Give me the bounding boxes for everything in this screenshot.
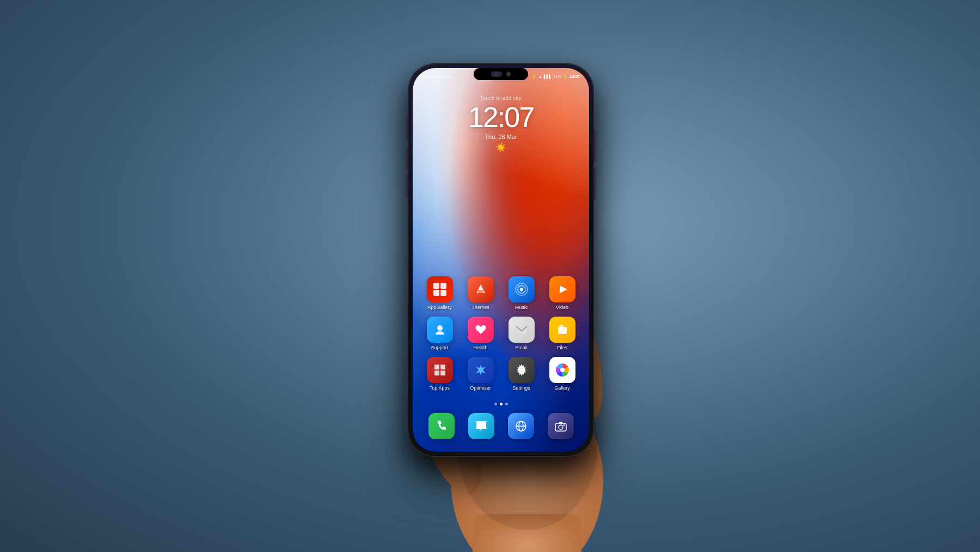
battery-percent: 61% [554, 75, 561, 78]
camera-notch [474, 68, 528, 80]
dock-browser[interactable] [505, 413, 537, 439]
clock-area: Touch to add city 12:07 Thu, 26 Mar ☀️ [413, 95, 589, 153]
optimiser-icon[interactable] [468, 357, 494, 383]
settings-icon[interactable] [509, 357, 535, 383]
dock-camera[interactable] [544, 413, 577, 439]
app-themes[interactable]: Themes [464, 276, 497, 310]
app-health[interactable]: Health [464, 317, 497, 350]
clock-date: Thu, 26 Mar [413, 134, 589, 140]
app-music[interactable]: ♪ Music [505, 276, 538, 310]
appgallery-icon[interactable] [427, 276, 453, 302]
phone: Emergency cal... ⚡ ▲ ▌▌▌ 61% 🔋 12:07 Tou… [408, 64, 593, 456]
phone-screen: Emergency cal... ⚡ ▲ ▌▌▌ 61% 🔋 12:07 Tou… [413, 68, 589, 452]
dock-messages-icon[interactable] [468, 413, 494, 439]
gallery-icon[interactable] [549, 357, 575, 383]
wide-camera [491, 71, 503, 77]
signal-icon: ▌▌▌ [544, 75, 552, 78]
topapps-icon[interactable] [427, 357, 453, 383]
dock-phone[interactable] [425, 413, 458, 439]
dot-1 [494, 403, 497, 405]
appgallery-label: AppGallery [427, 305, 452, 310]
svg-text:♪: ♪ [520, 286, 523, 293]
svg-marker-17 [560, 286, 567, 293]
app-row-3: Top Apps Optimiser [419, 357, 583, 391]
svg-rect-8 [433, 283, 439, 289]
svg-rect-21 [558, 327, 567, 334]
themes-icon[interactable] [468, 276, 494, 302]
svg-point-34 [563, 424, 565, 426]
dot-3 [505, 403, 508, 405]
app-email[interactable]: Email [505, 317, 538, 350]
files-label: Files [557, 345, 567, 350]
music-label: Music [515, 305, 528, 310]
status-time: 12:07 [569, 74, 580, 79]
optimiser-label: Optimiser [470, 385, 491, 391]
battery-icon: 🔋 [563, 75, 568, 79]
dock [421, 409, 580, 443]
themes-label: Themes [471, 305, 489, 310]
video-icon[interactable] [549, 276, 575, 302]
svg-point-33 [559, 425, 563, 429]
svg-rect-24 [434, 371, 439, 375]
app-grid: AppGallery Themes ♪ [413, 276, 589, 397]
app-settings[interactable]: Settings [505, 357, 538, 391]
email-label: Email [515, 345, 528, 350]
scene: Emergency cal... ⚡ ▲ ▌▌▌ 61% 🔋 12:07 Tou… [0, 0, 980, 552]
health-label: Health [473, 345, 487, 350]
email-icon[interactable] [509, 317, 535, 343]
clock-display: 12:07 [413, 103, 589, 131]
settings-label: Settings [512, 385, 530, 391]
topapps-label: Top Apps [430, 385, 450, 391]
svg-point-28 [560, 368, 565, 372]
app-row-2: Support Health [419, 317, 583, 350]
dock-phone-icon[interactable] [428, 413, 455, 439]
touch-to-add-label: Touch to add city [413, 95, 589, 101]
video-label: Video [556, 305, 568, 310]
app-gallery[interactable]: Gallery [546, 357, 579, 391]
app-support[interactable]: Support [424, 317, 456, 350]
bluetooth-icon: ⚡ [532, 75, 537, 79]
dock-browser-icon[interactable] [508, 413, 534, 439]
dock-messages[interactable] [465, 413, 498, 439]
app-optimiser[interactable]: Optimiser [464, 357, 497, 391]
svg-rect-22 [434, 365, 439, 369]
health-icon[interactable] [468, 317, 494, 343]
weather-icon: ☀️ [413, 142, 589, 153]
app-appgallery[interactable]: AppGallery [424, 276, 456, 310]
phone-outer: Emergency cal... ⚡ ▲ ▌▌▌ 61% 🔋 12:07 Tou… [408, 64, 593, 456]
svg-point-18 [437, 325, 443, 331]
support-label: Support [431, 345, 449, 350]
selfie-camera [506, 71, 511, 77]
status-right: ⚡ ▲ ▌▌▌ 61% 🔋 12:07 [532, 74, 580, 79]
dock-camera-icon[interactable] [548, 413, 574, 439]
app-files[interactable]: Files [546, 317, 579, 350]
gallery-label: Gallery [554, 385, 570, 391]
svg-rect-12 [478, 290, 483, 293]
files-icon[interactable] [549, 317, 575, 343]
svg-rect-23 [440, 365, 445, 369]
support-icon[interactable] [427, 317, 453, 343]
page-dots [413, 403, 589, 405]
app-topapps[interactable]: Top Apps [424, 357, 456, 391]
app-row-1: AppGallery Themes ♪ [419, 276, 583, 310]
svg-rect-10 [433, 290, 439, 296]
status-emergency: Emergency cal... [421, 74, 454, 79]
music-icon[interactable]: ♪ [509, 276, 535, 302]
svg-rect-11 [440, 290, 446, 296]
dot-2 [500, 403, 503, 405]
wifi-icon: ▲ [538, 75, 542, 78]
svg-rect-25 [440, 371, 445, 375]
app-video[interactable]: Video [546, 276, 579, 310]
svg-rect-9 [440, 283, 446, 289]
